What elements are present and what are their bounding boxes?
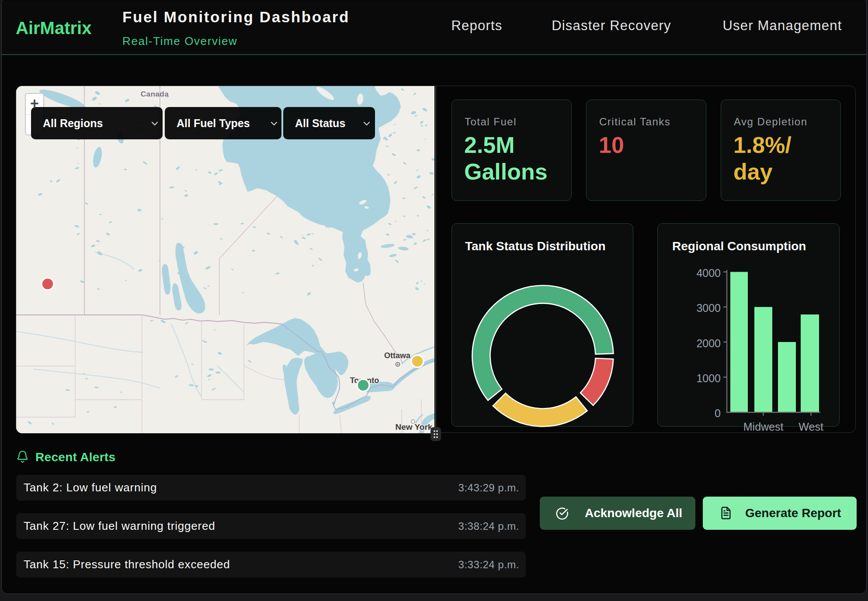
svg-text:Canada: Canada — [141, 90, 169, 98]
svg-text:2000: 2000 — [696, 337, 721, 349]
svg-text:New York: New York — [396, 422, 433, 432]
svg-text:Ottawa: Ottawa — [384, 351, 411, 360]
svg-text:Midwest: Midwest — [743, 421, 784, 432]
svg-text:0: 0 — [715, 407, 721, 419]
svg-text:4000: 4000 — [696, 267, 721, 279]
svg-text:3000: 3000 — [696, 302, 721, 314]
svg-text:West: West — [799, 421, 823, 432]
svg-text:1000: 1000 — [696, 372, 721, 384]
